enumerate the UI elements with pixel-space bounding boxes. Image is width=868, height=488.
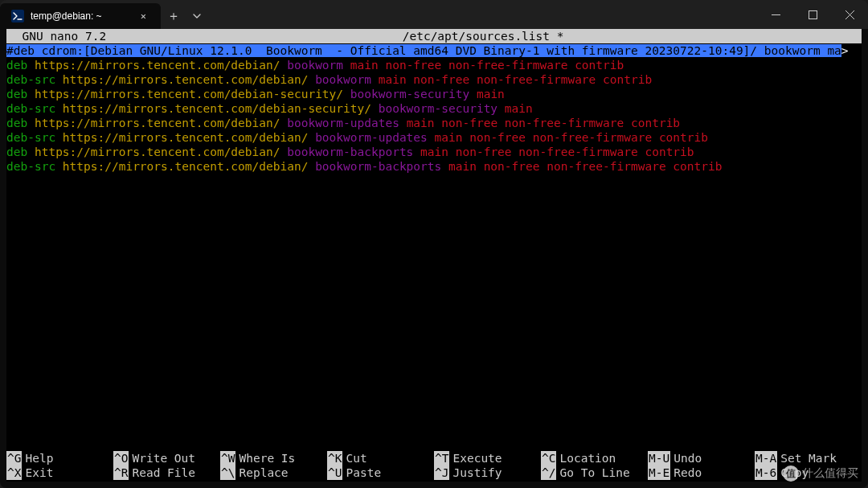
shortcut-label: Go To Line xyxy=(559,465,629,480)
shortcut-label: Cut xyxy=(346,451,366,465)
shortcut-key: ^K xyxy=(327,451,342,465)
editor-line: deb https://mirrors.tencent.com/debian/ … xyxy=(6,58,862,72)
nano-shortcut: ^OWrite Out xyxy=(113,451,220,465)
shortcut-label: Write Out xyxy=(132,451,195,465)
shortcut-label: Justify xyxy=(452,465,502,480)
nano-shortcut: ^UPaste xyxy=(327,465,434,480)
nano-shortcut: ^GHelp xyxy=(6,451,113,465)
shortcut-key: M-U xyxy=(648,451,670,465)
nano-shortcut: ^TExecute xyxy=(434,451,541,465)
nano-shortcut-bar: ^GHelp^OWrite Out^WWhere Is^KCut^TExecut… xyxy=(6,451,862,482)
nano-shortcut: ^CLocation xyxy=(541,451,648,465)
titlebar: temp@debian: ~ ✕ ＋ xyxy=(0,0,868,29)
tab-title: temp@debian: ~ xyxy=(31,10,129,22)
shortcut-label: Copy xyxy=(780,465,809,480)
editor-line: deb https://mirrors.tencent.com/debian-s… xyxy=(6,87,862,101)
editor-line: deb-src https://mirrors.tencent.com/debi… xyxy=(6,159,862,174)
editor-line-comment: #deb cdrom:[Debian GNU/Linux 12.1.0 _Boo… xyxy=(6,43,862,58)
shortcut-key: M-E xyxy=(648,465,670,480)
svg-rect-1 xyxy=(809,10,817,18)
nano-shortcut: ^KCut xyxy=(327,451,434,465)
editor-line: deb-src https://mirrors.tencent.com/debi… xyxy=(6,72,862,87)
editor-line: deb-src https://mirrors.tencent.com/debi… xyxy=(6,101,862,116)
nano-app-name: GNU nano 7.2 xyxy=(6,29,122,43)
shortcut-label: Execute xyxy=(452,451,502,465)
tab-dropdown-button[interactable] xyxy=(186,3,207,29)
editor-line: deb-src https://mirrors.tencent.com/debi… xyxy=(6,130,862,145)
nano-shortcut: ^JJustify xyxy=(434,465,541,480)
shortcut-key: ^\ xyxy=(220,465,235,480)
shortcut-label: Set Mark xyxy=(780,451,837,465)
shortcut-label: Exit xyxy=(25,465,53,480)
nano-shortcut: ^/Go To Line xyxy=(541,465,648,480)
svg-rect-0 xyxy=(11,10,24,23)
tab-active[interactable]: temp@debian: ~ ✕ xyxy=(0,3,161,29)
powershell-icon xyxy=(11,10,24,23)
minimize-button[interactable] xyxy=(757,0,794,29)
shortcut-key: ^G xyxy=(6,451,22,465)
terminal-body: GNU nano 7.2 /etc/apt/sources.list * #de… xyxy=(0,29,868,488)
shortcut-label: Undo xyxy=(674,451,702,465)
shortcut-key: ^R xyxy=(113,465,129,480)
editor-line: deb https://mirrors.tencent.com/debian/ … xyxy=(6,145,862,159)
shortcut-key: ^X xyxy=(6,465,22,480)
shortcut-label: Location xyxy=(559,451,616,465)
nano-header: GNU nano 7.2 /etc/apt/sources.list * xyxy=(6,29,862,43)
shortcut-label: Help xyxy=(25,451,53,465)
shortcut-label: Read File xyxy=(132,465,195,480)
shortcut-key: M-A xyxy=(755,451,777,465)
terminal-window: temp@debian: ~ ✕ ＋ GNU nano 7.2 /etc/apt… xyxy=(0,0,868,488)
maximize-button[interactable] xyxy=(794,0,831,29)
shortcut-label: Where Is xyxy=(239,451,295,465)
shortcut-label: Replace xyxy=(239,465,288,480)
editor-lines: deb https://mirrors.tencent.com/debian/ … xyxy=(6,58,862,174)
new-tab-button[interactable]: ＋ xyxy=(161,3,186,29)
terminal-content[interactable]: GNU nano 7.2 /etc/apt/sources.list * #de… xyxy=(6,29,862,482)
nano-file-path: /etc/apt/sources.list * xyxy=(122,29,845,43)
shortcut-key: ^U xyxy=(327,465,342,480)
nano-shortcut: M-UUndo xyxy=(648,451,755,465)
shortcut-key: M-6 xyxy=(755,465,777,480)
shortcut-key: ^T xyxy=(434,451,449,465)
nano-shortcut: M-ERedo xyxy=(648,465,755,480)
nano-shortcut: ^RRead File xyxy=(113,465,220,480)
shortcut-key: ^W xyxy=(220,451,235,465)
nano-shortcut: M-ASet Mark xyxy=(755,451,862,465)
tab-close-button[interactable]: ✕ xyxy=(136,9,151,23)
shortcut-key: ^O xyxy=(113,451,129,465)
titlebar-drag-area[interactable] xyxy=(207,0,757,29)
shortcut-key: ^J xyxy=(434,465,449,480)
nano-shortcut: ^\Replace xyxy=(220,465,327,480)
shortcut-key: ^C xyxy=(541,451,556,465)
nano-shortcut: M-6Copy xyxy=(755,465,862,480)
shortcut-label: Paste xyxy=(346,465,381,480)
editor-line: deb https://mirrors.tencent.com/debian/ … xyxy=(6,116,862,130)
close-window-button[interactable] xyxy=(831,0,868,29)
nano-shortcut: ^XExit xyxy=(6,465,113,480)
shortcut-label: Redo xyxy=(674,465,702,480)
shortcut-key: ^/ xyxy=(541,465,556,480)
nano-shortcut: ^WWhere Is xyxy=(220,451,327,465)
